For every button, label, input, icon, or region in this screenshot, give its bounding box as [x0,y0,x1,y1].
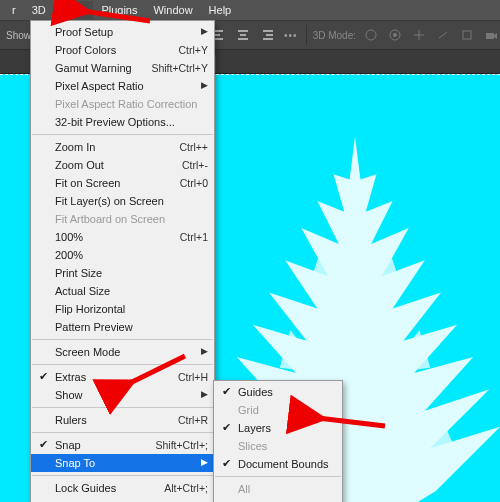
snap-to-item-document-bounds[interactable]: ✔Document Bounds [214,455,342,473]
menu-window[interactable]: Window [145,1,200,19]
view-item-zoom-out[interactable]: Zoom OutCtrl+- [31,156,214,174]
svg-point-9 [366,30,376,40]
view-item-snap[interactable]: ✔SnapShift+Ctrl+; [31,436,214,454]
view-item-show[interactable]: Show▶ [31,386,214,404]
menu-item-label: 32-bit Preview Options... [55,116,175,128]
menu-shortcut: Ctrl+H [178,371,208,383]
check-icon: ✔ [39,438,48,451]
menu-3d[interactable]: 3D [24,1,54,19]
menu-shortcut: Ctrl+0 [180,177,208,189]
view-item-32-bit-preview-options[interactable]: 32-bit Preview Options... [31,113,214,131]
view-item-lock-guides[interactable]: Lock GuidesAlt+Ctrl+; [31,479,214,497]
svg-rect-7 [266,34,273,36]
3d-camera-icon[interactable] [482,26,500,44]
view-item-screen-mode[interactable]: Screen Mode▶ [31,343,214,361]
view-menu: Proof Setup▶Proof ColorsCtrl+YGamut Warn… [30,20,215,502]
menu-item-label: Snap To [55,457,95,469]
3d-orbit-icon[interactable] [362,26,380,44]
menu-prev[interactable]: r [4,1,24,19]
view-item-200[interactable]: 200% [31,246,214,264]
view-item-fit-layer-s-on-screen[interactable]: Fit Layer(s) on Screen [31,192,214,210]
snap-to-item-none[interactable]: None [214,498,342,502]
menu-separator [215,476,341,477]
menu-item-label: Extras [55,371,86,383]
snap-to-submenu: ✔GuidesGrid✔LayersSlices✔Document Bounds… [213,380,343,502]
menu-separator [32,364,213,365]
snap-to-item-all: All [214,480,342,498]
view-item-gamut-warning[interactable]: Gamut WarningShift+Ctrl+Y [31,59,214,77]
menu-item-label: Rulers [55,414,87,426]
align-center-icon[interactable] [234,26,252,44]
view-item-rulers[interactable]: RulersCtrl+R [31,411,214,429]
3d-scale-icon[interactable] [458,26,476,44]
menu-item-label: Pixel Aspect Ratio [55,80,144,92]
svg-rect-12 [463,31,471,39]
snap-to-item-layers[interactable]: ✔Layers [214,419,342,437]
menu-item-label: Grid [238,404,259,416]
check-icon: ✔ [222,421,231,434]
menu-item-label: Actual Size [55,285,110,297]
svg-rect-4 [240,34,246,36]
view-item-100[interactable]: 100%Ctrl+1 [31,228,214,246]
view-item-actual-size[interactable]: Actual Size [31,282,214,300]
menu-separator [32,339,213,340]
menu-item-label: All [238,483,250,495]
menu-item-label: Flip Horizontal [55,303,125,315]
check-icon: ✔ [222,385,231,398]
submenu-arrow-icon: ▶ [201,457,208,467]
menu-item-label: Fit Artboard on Screen [55,213,165,225]
menubar: r 3D View Plugins Window Help [0,0,500,20]
menu-item-label: Fit on Screen [55,177,120,189]
menu-shortcut: Ctrl+- [182,159,208,171]
menu-shortcut: Shift+Ctrl+; [155,439,208,451]
snap-to-item-guides[interactable]: ✔Guides [214,383,342,401]
view-item-extras[interactable]: ✔ExtrasCtrl+H [31,368,214,386]
menu-item-label: 100% [55,231,83,243]
menu-shortcut: Ctrl+R [178,414,208,426]
menu-item-label: Pattern Preview [55,321,133,333]
menu-plugins[interactable]: Plugins [93,1,145,19]
menu-shortcut: Ctrl++ [179,141,208,153]
menu-help[interactable]: Help [201,1,240,19]
menu-separator [32,475,213,476]
menu-shortcut: Ctrl+1 [180,231,208,243]
view-item-snap-to[interactable]: Snap To▶ [31,454,214,472]
menu-item-label: Fit Layer(s) on Screen [55,195,164,207]
menu-shortcut: Ctrl+Y [179,44,208,56]
menu-item-label: Guides [238,386,273,398]
view-item-pixel-aspect-ratio-correction: Pixel Aspect Ratio Correction [31,95,214,113]
menu-view[interactable]: View [54,1,94,19]
view-item-fit-on-screen[interactable]: Fit on ScreenCtrl+0 [31,174,214,192]
3d-pan-icon[interactable] [410,26,428,44]
snap-to-item-slices: Slices [214,437,342,455]
view-item-clear-guides: Clear Guides [31,497,214,502]
view-item-proof-colors[interactable]: Proof ColorsCtrl+Y [31,41,214,59]
view-item-fit-artboard-on-screen: Fit Artboard on Screen [31,210,214,228]
view-item-pixel-aspect-ratio[interactable]: Pixel Aspect Ratio▶ [31,77,214,95]
menu-item-label: Zoom Out [55,159,104,171]
svg-rect-5 [238,38,248,40]
view-item-pattern-preview[interactable]: Pattern Preview [31,318,214,336]
view-item-flip-horizontal[interactable]: Flip Horizontal [31,300,214,318]
menu-shortcut: Alt+Ctrl+; [164,482,208,494]
3d-mode-label: 3D Mode: [313,30,356,41]
menu-item-label: Document Bounds [238,458,329,470]
more-icon[interactable]: ••• [282,26,300,44]
menu-shortcut: Shift+Ctrl+Y [151,62,208,74]
view-item-zoom-in[interactable]: Zoom InCtrl++ [31,138,214,156]
menu-separator [32,134,213,135]
menu-item-label: Layers [238,422,271,434]
submenu-arrow-icon: ▶ [201,80,208,90]
menu-separator [32,407,213,408]
menu-item-label: Snap [55,439,81,451]
svg-rect-3 [238,30,248,32]
menu-item-label: 200% [55,249,83,261]
3d-roll-icon[interactable] [386,26,404,44]
view-item-print-size[interactable]: Print Size [31,264,214,282]
3d-slide-icon[interactable] [434,26,452,44]
align-right-icon[interactable] [258,26,276,44]
view-item-proof-setup[interactable]: Proof Setup▶ [31,23,214,41]
menu-item-label: Lock Guides [55,482,116,494]
menu-item-label: Gamut Warning [55,62,132,74]
menu-item-label: Slices [238,440,267,452]
